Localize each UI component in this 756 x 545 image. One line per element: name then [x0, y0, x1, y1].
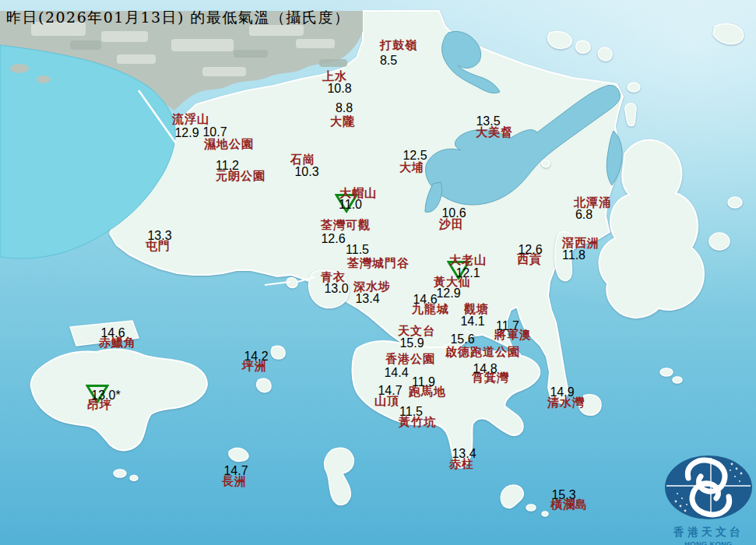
map-title: 昨日(2026年01月13日) 的最低氣溫（攝氏度） — [6, 8, 350, 28]
station-labels-layer: 打鼓嶺8.5上水10.8大隴8.8流浮山12.9濕地公園10.7元朗公園11.2… — [0, 0, 756, 545]
station-value: 12.6 — [518, 244, 542, 256]
station-name: 大老山 — [449, 255, 487, 266]
station-value: 13.3 — [147, 230, 171, 242]
station-name: 觀塘 — [464, 304, 489, 315]
station-value: 8.8 — [336, 102, 353, 114]
observatory-logo-icon — [663, 454, 754, 521]
logo-chinese-name: 香港天文台 — [660, 526, 756, 540]
station-name: 大隴 — [330, 116, 355, 128]
station-name: 大美督 — [476, 127, 513, 139]
station-name: 深水埗 — [353, 281, 391, 293]
station-value: 14.1 — [460, 315, 484, 328]
station-value: 11.2 — [216, 160, 239, 172]
station-value: 12.6 — [321, 233, 345, 245]
station-value: 11.9 — [412, 376, 435, 389]
station-value: 6.8 — [575, 209, 592, 221]
station-value: 15.3 — [551, 489, 575, 501]
station-value: 13.4 — [452, 448, 476, 460]
station-value: 11.0 — [339, 199, 362, 211]
station-name: 打鼓嶺 — [380, 40, 417, 51]
station-value: 12.9 — [174, 127, 199, 139]
hko-min-temp-map-page: 昨日(2026年01月13日) 的最低氣溫（攝氏度） 打鼓嶺8.5上水10.8大… — [0, 0, 756, 545]
station-name: 沙田 — [439, 219, 464, 230]
station-value: 11.5 — [346, 244, 369, 256]
station-name: 荃灣城門谷 — [347, 258, 410, 269]
logo-english-name: HONG KONG OBSERVATORY — [660, 540, 756, 545]
station-name: 香港公園 — [385, 353, 435, 365]
station-value: 13.5 — [476, 115, 500, 128]
station-value: 14.9 — [550, 386, 574, 399]
station-value: 14.8 — [473, 363, 497, 375]
station-name: 滘西洲 — [562, 237, 600, 249]
station-value: 14.2 — [244, 350, 268, 363]
station-value: 8.5 — [380, 54, 397, 67]
station-value: 13.0 — [324, 283, 348, 295]
station-value: 14.6 — [413, 294, 437, 306]
station-value: 10.6 — [441, 207, 466, 220]
station-value: 10.8 — [327, 83, 351, 95]
hko-logo: 香港天文台 HONG KONG OBSERVATORY — [660, 454, 756, 545]
station-name: 大埔 — [399, 162, 424, 174]
station-value: 13.0* — [91, 389, 120, 402]
station-name: 北潭涌 — [574, 197, 611, 209]
station-value: 14.4 — [384, 367, 408, 379]
station-name: 天文台 — [398, 325, 435, 337]
station-value: 11.8 — [562, 249, 585, 262]
station-name: 荃灣可觀 — [321, 220, 371, 231]
station-value: 11.7 — [496, 320, 519, 332]
station-value: 14.6 — [100, 327, 125, 339]
station-name: 濕地公園 — [204, 139, 254, 150]
station-name: 上水 — [322, 71, 347, 83]
station-value: 12.5 — [403, 149, 427, 162]
station-name: 啟德跑道公園 — [445, 346, 520, 358]
station-value: 14.7 — [378, 385, 402, 397]
station-value: 14.7 — [223, 465, 248, 477]
station-value: 10.3 — [294, 166, 318, 178]
station-value: 11.5 — [399, 406, 423, 418]
station-name: 流浮山 — [172, 114, 209, 125]
station-value: 12.9 — [436, 287, 460, 300]
station-value: 10.7 — [202, 126, 227, 139]
station-name: 石崗 — [290, 154, 315, 166]
station-value: 15.9 — [399, 337, 424, 350]
station-value: 13.4 — [355, 293, 379, 305]
station-value: 15.6 — [450, 333, 474, 346]
